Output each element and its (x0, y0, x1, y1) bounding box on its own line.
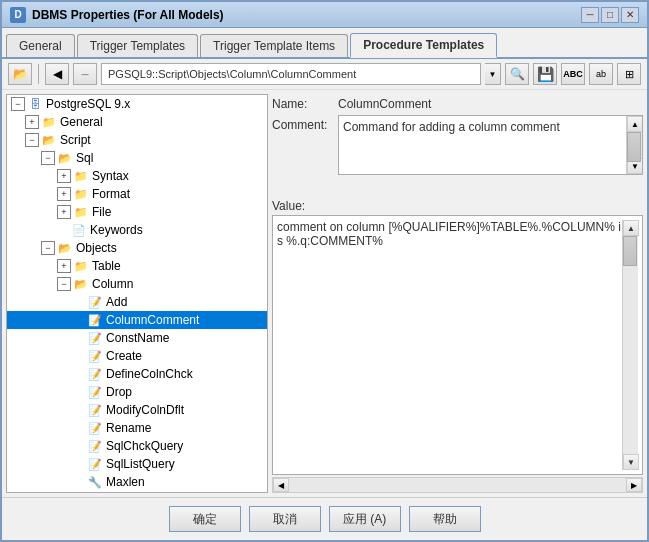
hscroll-left-btn[interactable]: ◀ (273, 478, 289, 492)
tree-node-modifycolndfit[interactable]: 📝 ModifyColnDflt (7, 401, 267, 419)
value-scrollbar[interactable]: ▲ ▼ (622, 220, 638, 470)
minimize-button[interactable]: ─ (581, 7, 599, 23)
special-icon2: 🔷 (87, 492, 103, 493)
item-icon: 📝 (87, 312, 103, 328)
tree-node-file[interactable]: + 📁 File (7, 203, 267, 221)
tree-node-definecolnchck[interactable]: 📝 DefineColnChck (7, 365, 267, 383)
tab-trigger-templates[interactable]: Trigger Templates (77, 34, 198, 57)
tree-label-constname: ConstName (106, 331, 169, 345)
help-button[interactable]: 帮助 (409, 506, 481, 532)
expander-file[interactable]: + (57, 205, 71, 219)
tree-label-definecolnchck: DefineColnChck (106, 367, 193, 381)
title-bar: D DBMS Properties (For All Models) ─ □ ✕ (2, 2, 647, 28)
expander-format[interactable]: + (57, 187, 71, 201)
nav-back-icon: ◀ (53, 67, 62, 81)
special-icon: 🔧 (87, 474, 103, 490)
tree-node-create[interactable]: 📝 Create (7, 347, 267, 365)
tree-node-format[interactable]: + 📁 Format (7, 185, 267, 203)
folder-icon: 📁 (41, 114, 57, 130)
tree-label-keywords: Keywords (90, 223, 143, 237)
tree-node-columncomment[interactable]: 📝 ColumnComment (7, 311, 267, 329)
tree-node-sql[interactable]: − 📂 Sql (7, 149, 267, 167)
tree-label-format: Format (92, 187, 130, 201)
item-icon: 📝 (87, 348, 103, 364)
tab-trigger-template-items[interactable]: Trigger Template Items (200, 34, 348, 57)
tree-node-keywords[interactable]: 📄 Keywords (7, 221, 267, 239)
tree-node-rename[interactable]: 📝 Rename (7, 419, 267, 437)
toolbar-ab-btn[interactable]: ab (589, 63, 613, 85)
hscroll-track[interactable] (289, 478, 626, 492)
ok-button[interactable]: 确定 (169, 506, 241, 532)
folder-icon: 📂 (41, 132, 57, 148)
close-button[interactable]: ✕ (621, 7, 639, 23)
value-scroll-down-btn[interactable]: ▼ (623, 454, 639, 470)
tree-label-general: General (60, 115, 103, 129)
expander-column[interactable]: − (57, 277, 71, 291)
tree-node-drop[interactable]: 📝 Drop (7, 383, 267, 401)
comment-text: Command for adding a column comment (339, 116, 626, 174)
cancel-button[interactable]: 取消 (249, 506, 321, 532)
footer: 确定 取消 应用 (A) 帮助 (2, 497, 647, 540)
tree-label-sql: Sql (76, 151, 93, 165)
tree-node-postgresql[interactable]: − 🗄 PostgreSQL 9.x (7, 95, 267, 113)
tab-general[interactable]: General (6, 34, 75, 57)
tree-node-table[interactable]: + 📁 Table (7, 257, 267, 275)
item-icon: 📝 (87, 330, 103, 346)
item-icon: 📝 (87, 402, 103, 418)
tree-node-sqlchckquery[interactable]: 📝 SqlChckQuery (7, 437, 267, 455)
tree-node-column[interactable]: − 📂 Column (7, 275, 267, 293)
comment-textarea[interactable]: Command for adding a column comment ▲ ▼ (338, 115, 643, 175)
toolbar-abc-btn[interactable]: ABC (561, 63, 585, 85)
folder-icon: 📂 (57, 150, 73, 166)
value-scroll-track[interactable] (623, 236, 638, 454)
tree-label-modifycolndflt: ModifyColnDflt (106, 403, 184, 417)
tree-node-add[interactable]: 📝 Add (7, 293, 267, 311)
item-icon: 📝 (87, 294, 103, 310)
folder-icon: 📁 (73, 204, 89, 220)
scroll-track[interactable] (627, 132, 642, 158)
tree-node-maxlen[interactable]: 🔧 Maxlen (7, 473, 267, 491)
toolbar-path-display: PGSQL9::Script\Objects\Column\ColumnComm… (101, 63, 481, 85)
tree-label-column: Column (92, 277, 133, 291)
hscroll-right-btn[interactable]: ▶ (626, 478, 642, 492)
right-panel: Name: ColumnComment Comment: Command for… (272, 94, 643, 493)
extra-icon: ⊞ (625, 68, 634, 81)
scroll-up-btn[interactable]: ▲ (627, 116, 643, 132)
tree-node-syntax[interactable]: + 📁 Syntax (7, 167, 267, 185)
toolbar-separator (38, 64, 39, 84)
tree-node-sqllistquery[interactable]: 📝 SqlListQuery (7, 455, 267, 473)
toolbar-extra-btn[interactable]: ⊞ (617, 63, 641, 85)
toolbar-search-btn[interactable]: 🔍 (505, 63, 529, 85)
toolbar-btn2[interactable]: ◀ (45, 63, 69, 85)
expander-syntax[interactable]: + (57, 169, 71, 183)
tree-node-general[interactable]: + 📁 General (7, 113, 267, 131)
maximize-button[interactable]: □ (601, 7, 619, 23)
expander-postgresql[interactable]: − (11, 97, 25, 111)
scroll-thumb (627, 132, 641, 162)
toolbar-path-dropdown[interactable]: ▼ (485, 63, 501, 85)
toolbar-btn1[interactable]: 📂 (8, 63, 32, 85)
tree-label-create: Create (106, 349, 142, 363)
save-icon: 💾 (537, 66, 554, 82)
tree-node-objects[interactable]: − 📂 Objects (7, 239, 267, 257)
expander-sql[interactable]: − (41, 151, 55, 165)
comment-scrollbar[interactable]: ▲ ▼ (626, 116, 642, 174)
value-textarea[interactable]: comment on column [%QUALIFIER%]%TABLE%.%… (272, 215, 643, 475)
tree-label-postgresql: PostgreSQL 9.x (46, 97, 130, 111)
expander-general[interactable]: + (25, 115, 39, 129)
apply-button[interactable]: 应用 (A) (329, 506, 401, 532)
comment-label: Comment: (272, 115, 332, 132)
tree-node-script[interactable]: − 📂 Script (7, 131, 267, 149)
value-scroll-up-btn[interactable]: ▲ (623, 220, 639, 236)
toolbar-save-btn[interactable]: 💾 (533, 63, 557, 85)
tree-node-enable[interactable]: 🔷 Enable (7, 491, 267, 493)
tree-node-constname[interactable]: 📝 ConstName (7, 329, 267, 347)
item-icon: 📄 (71, 222, 87, 238)
tab-procedure-templates[interactable]: Procedure Templates (350, 33, 497, 58)
expander-table[interactable]: + (57, 259, 71, 273)
tree-label-file: File (92, 205, 111, 219)
tree-label-table: Table (92, 259, 121, 273)
expander-script[interactable]: − (25, 133, 39, 147)
name-value: ColumnComment (338, 94, 431, 111)
expander-objects[interactable]: − (41, 241, 55, 255)
